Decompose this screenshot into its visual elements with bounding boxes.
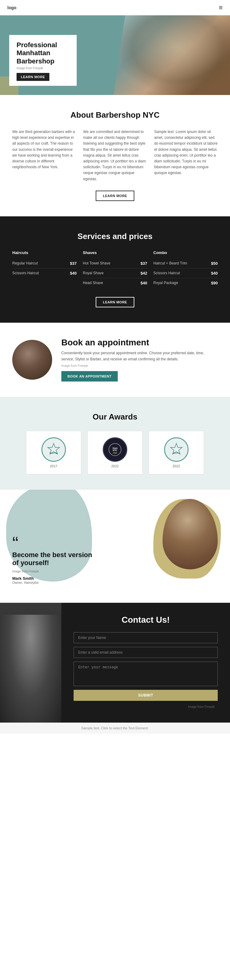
about-text-2: We are committed and determined to make … [83, 129, 147, 182]
testimonial-section: “ Become the best version of yourself! I… [0, 490, 230, 603]
appointment-barber-photo [12, 340, 52, 380]
contact-title: Contact Us! [73, 615, 218, 625]
about-text-3: Sample text. Lorem ipsum dolor sit amet,… [154, 129, 218, 176]
services-btn-wrap: LEARN MORE [12, 297, 218, 307]
award-badge-2: Style NYC 2022 [103, 437, 127, 462]
contact-barber-figure [0, 615, 61, 722]
quote-mark-icon: “ [12, 539, 98, 548]
services-section: Services and prices Haircuts Regular Hai… [0, 216, 230, 323]
shave-name-2: Royal Shave [83, 271, 104, 275]
shave-row-3: Head Shave $40 [83, 278, 147, 288]
contact-email-input[interactable] [73, 647, 218, 658]
award-year-1: 2017 [50, 464, 58, 468]
hero-card: Professional Manhattan Barbershop Image … [9, 35, 77, 86]
testimonial-author: Mark Smith [12, 576, 98, 581]
combo-price-1: $50 [211, 261, 218, 266]
shave-name-1: Hot Towel Shave [83, 261, 110, 266]
hero-image-overlay [113, 15, 230, 95]
shave-name-3: Head Shave [83, 281, 103, 285]
expertise-icon-3: Expertise [169, 442, 184, 457]
shave-row-1: Hot Towel Shave $37 [83, 259, 147, 269]
shave-price-3: $40 [141, 281, 147, 285]
contact-image-side [0, 603, 61, 722]
about-section: About Barbershop NYC We are third genera… [0, 95, 230, 216]
haircut-row-1: Regular Haircut $37 [12, 259, 77, 269]
appointment-content: Book an appointment Conveniently book yo… [61, 338, 218, 382]
about-columns: We are third generation barbers with a h… [12, 129, 218, 182]
appointment-description: Conveniently book your personal appointm… [61, 350, 218, 362]
shave-price-2: $42 [141, 271, 147, 275]
testimonial-content: “ Become the best version of yourself! I… [12, 539, 98, 584]
award-year-3: 2022 [172, 464, 180, 468]
testimonial-title: Become the best version of yourself! [12, 551, 98, 567]
services-learn-more-button[interactable]: LEARN MORE [96, 297, 135, 307]
combo-price-2: $40 [211, 271, 218, 275]
contact-message-input[interactable] [73, 662, 218, 686]
hamburger-icon[interactable]: ≡ [219, 4, 223, 12]
awards-grid: Expertise 2017 Style NYC 2022 2022 Exper… [12, 431, 218, 474]
about-text-1: We are third generation barbers with a h… [12, 129, 76, 170]
contact-name-input[interactable] [73, 632, 218, 643]
testimonial-image-credit: Image from Freepik [12, 570, 98, 573]
contact-section: Contact Us! SUBMIT Image from Freepik [0, 603, 230, 722]
contact-image-credit: Image from Freepik [73, 703, 218, 710]
award-badge-1: Expertise [42, 437, 66, 462]
appointment-image-credit: Image from Freepik [61, 364, 218, 368]
combo-column: Combo Haircut + Beard Trim $50 Scissors … [153, 250, 218, 288]
combo-name-2: Scissors Haircut [153, 271, 180, 275]
combo-price-3: $90 [211, 281, 218, 285]
about-col-3: Sample text. Lorem ipsum dolor sit amet,… [154, 129, 218, 182]
hero-title: Professional Manhattan Barbershop [16, 41, 69, 65]
footer: Sample text. Click to select the Text El… [0, 722, 230, 733]
award-card-3: Expertise 2022 [149, 431, 204, 474]
combo-row-1: Haircut + Beard Trim $50 [153, 259, 218, 269]
shave-price-1: $37 [141, 261, 147, 266]
svg-text:Expertise: Expertise [173, 452, 180, 453]
shave-row-2: Royal Shave $42 [83, 269, 147, 278]
award-card-2: Style NYC 2022 2022 [88, 431, 142, 474]
combo-row-3: Royal Package $90 [153, 278, 218, 288]
hero-learn-more-button[interactable]: LEARN MORE [16, 73, 50, 81]
footer-note: Sample text. Click to select the Text El… [81, 726, 149, 730]
services-grid: Haircuts Regular Haircut $37 Scissors Ha… [12, 250, 218, 288]
haircut-price-1: $37 [70, 261, 77, 266]
haircut-price-2: $40 [70, 271, 77, 275]
book-appointment-button[interactable]: BOOK AN APPOINTMENT [61, 371, 118, 382]
testimonial-role: Owner, Hairstylist [12, 581, 98, 584]
awards-title: Our Awards [12, 412, 218, 422]
style-nyc-icon: Style NYC 2022 [107, 442, 123, 457]
hero-section: Professional Manhattan Barbershop Image … [0, 15, 230, 95]
haircut-name-1: Regular Haircut [12, 261, 38, 266]
appointment-section: Book an appointment Conveniently book yo… [0, 323, 230, 397]
combo-name-1: Haircut + Beard Trim [153, 261, 187, 266]
combo-row-2: Scissors Haircut $40 [153, 269, 218, 278]
awards-section: Our Awards Expertise 2017 Style NYC 2022… [0, 397, 230, 490]
about-col-1: We are third generation barbers with a h… [12, 129, 76, 182]
award-card-1: Expertise 2017 [26, 431, 81, 474]
svg-text:NYC: NYC [113, 449, 117, 452]
expertise-icon-1: Expertise [46, 442, 61, 457]
haircuts-column: Haircuts Regular Haircut $37 Scissors Ha… [12, 250, 77, 288]
appointment-title: Book an appointment [61, 338, 218, 347]
contact-submit-button[interactable]: SUBMIT [73, 690, 218, 701]
hero-image-credit: Image from Freepik [16, 67, 69, 70]
about-title: About Barbershop NYC [12, 110, 218, 120]
svg-text:Expertise: Expertise [50, 452, 58, 453]
shaves-heading: Shaves [83, 250, 147, 255]
about-learn-more-button[interactable]: LEARN MORE [96, 191, 135, 201]
haircut-name-2: Scissors Haircut [12, 271, 39, 275]
award-badge-3: Expertise [164, 437, 188, 462]
navbar: logo ≡ [0, 0, 230, 15]
combo-heading: Combo [153, 250, 218, 255]
services-title: Services and prices [12, 232, 218, 241]
haircut-row-2: Scissors Haircut $40 [12, 269, 77, 278]
combo-name-3: Royal Package [153, 281, 178, 285]
shaves-column: Shaves Hot Towel Shave $37 Royal Shave $… [83, 250, 147, 288]
haircuts-heading: Haircuts [12, 250, 77, 255]
svg-text:2022: 2022 [113, 452, 117, 453]
award-year-2: 2022 [111, 464, 119, 468]
contact-form: Contact Us! SUBMIT Image from Freepik [61, 603, 230, 722]
logo: logo [7, 5, 16, 10]
appointment-image [12, 340, 52, 380]
about-col-2: We are committed and determined to make … [83, 129, 147, 182]
